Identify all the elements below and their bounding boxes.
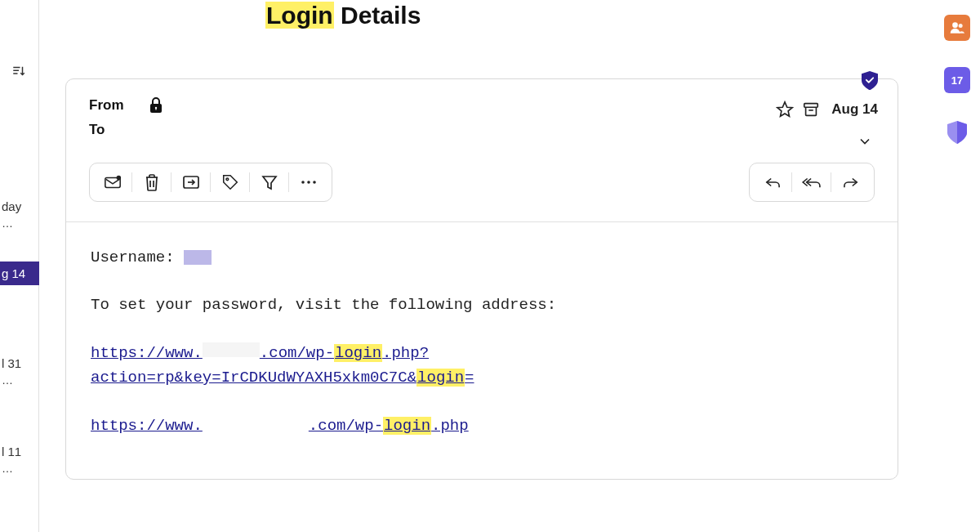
reply-button[interactable] [753,166,792,199]
mark-unread-button[interactable] [93,166,132,199]
reply-toolbar [749,163,875,202]
security-shield-icon[interactable] [944,119,970,145]
reset-link-line2: action=rp&key=IrCDKUdWYAXH5xkm0C7C&login… [91,365,873,390]
verified-shield-icon [862,71,878,91]
message-card: From To [65,78,898,480]
list-item-secondary: … [2,373,38,387]
forward-button[interactable] [831,166,871,199]
list-item[interactable]: l 31 … [0,351,39,391]
list-item[interactable]: l 11 … [0,440,39,480]
list-item[interactable]: g 14 [0,262,39,285]
star-icon[interactable] [776,101,794,118]
card-header: From To [66,79,898,153]
reset-link-line1: https://www..com/wp-login.php? [91,341,873,365]
list-item[interactable]: day … [0,194,39,235]
contacts-icon[interactable] [944,15,970,41]
list-item-primary: day [2,199,38,213]
from-row: From [89,97,875,114]
svg-point-16 [226,178,229,181]
reset-link[interactable]: action=rp&key=IrCDKUdWYAXH5xkm0C7C&login… [91,369,474,387]
label-button[interactable] [211,166,250,199]
lock-icon [149,97,163,114]
actions-toolbar [89,163,332,202]
delete-button[interactable] [132,166,172,199]
calendar-day: 17 [951,74,963,87]
message-list: day … g 14 l 31 … l 11 … [0,0,39,532]
reset-link[interactable]: https://www..com/wp-login.php? [91,344,429,362]
instruction-line: To set your password, visit the followin… [91,293,873,317]
login-link-line: https://www..com/wp-login.php [91,414,873,438]
svg-point-19 [313,181,316,184]
list-item-primary: l 11 [2,445,38,458]
reply-all-button[interactable] [792,166,831,199]
svg-rect-8 [804,104,818,108]
svg-point-21 [959,24,963,28]
archive-icon[interactable] [802,101,820,118]
svg-point-20 [952,22,958,28]
svg-point-11 [117,176,122,181]
move-button[interactable] [172,166,211,199]
title-rest: Details [334,2,421,29]
filter-button[interactable] [250,166,289,199]
toolbar-row [66,153,898,221]
svg-rect-6 [155,108,156,110]
message-body: Username: To set your password, visit th… [66,221,898,479]
username-label: Username: [91,248,184,266]
list-item-secondary: … [2,462,38,475]
redacted-domain [203,342,260,357]
redacted-username [184,250,212,265]
header-right-actions: Aug 14 [776,101,878,118]
more-button[interactable] [289,166,328,199]
to-row: To [89,122,875,138]
svg-marker-7 [777,102,792,116]
calendar-icon[interactable]: 17 [944,67,970,93]
list-item-primary: g 14 [2,266,38,280]
title-highlight: Login [265,2,334,29]
username-line: Username: [91,245,873,270]
chevron-down-icon[interactable] [857,133,873,150]
page-title: Login Details [265,2,421,29]
svg-point-17 [301,181,305,184]
list-item-primary: l 31 [2,356,38,370]
list-item-secondary: … [2,217,38,230]
svg-point-18 [307,181,310,184]
from-label: From [89,97,124,114]
right-rail: 17 [938,15,977,145]
login-link[interactable]: https://www..com/wp-login.php [91,417,469,435]
to-label: To [89,122,105,137]
message-date: Aug 14 [831,101,878,118]
